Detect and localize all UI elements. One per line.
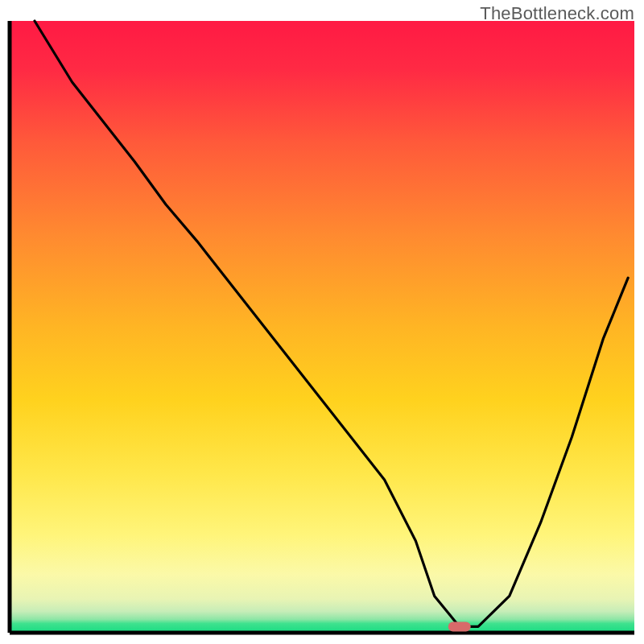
- chart-container: TheBottleneck.com: [0, 0, 644, 644]
- watermark-text: TheBottleneck.com: [480, 3, 634, 24]
- bottleneck-chart: [0, 0, 644, 644]
- optimal-point-marker: [448, 621, 471, 631]
- gradient-background: [10, 21, 634, 633]
